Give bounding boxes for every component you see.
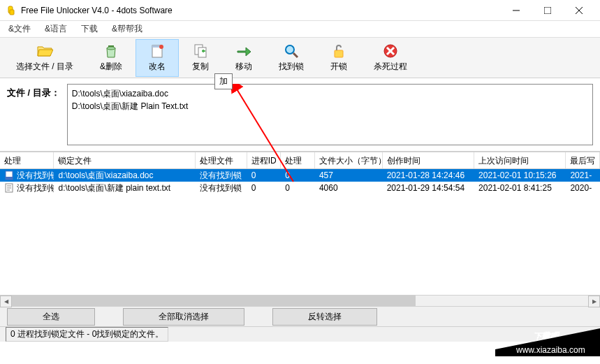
trash-icon [103,43,119,59]
svg-point-12 [286,45,294,54]
svg-rect-1 [10,10,14,15]
doc-file-icon [4,170,14,180]
menu-language[interactable]: &语言 [42,22,70,36]
scroll-track[interactable] [12,296,588,306]
watermark: 下载吧 www.xiazaiba.com [495,314,600,358]
move-arrow-icon [235,43,252,59]
scroll-right-button[interactable]: ▶ [588,296,600,307]
col-mtime[interactable]: 最后写 [566,152,600,168]
table-row[interactable]: 没有找到锁 d:\tools\桌面\xiazaiba.doc 没有找到锁 0 0… [0,169,600,182]
invert-selection-button[interactable]: 反转选择 [272,308,377,326]
svg-text:www.xiazaiba.com: www.xiazaiba.com [515,345,585,355]
minimize-button[interactable] [500,1,532,20]
menu-download[interactable]: 下载 [78,22,101,36]
svg-rect-14 [335,50,343,57]
folder-icon [36,43,53,59]
scroll-left-button[interactable]: ◀ [0,296,12,307]
unlock-button[interactable]: 开锁 [317,39,360,77]
col-atime[interactable]: 上次访问时间 [474,152,566,168]
col-lockfile[interactable]: 锁定文件 [54,152,196,168]
move-button[interactable]: 移动 [222,39,265,77]
status-text: 0 进程找到锁定文件 - 0找到锁定的文件。 [6,327,168,342]
menubar: &文件 &语言 下载 &帮帮我 [0,21,600,38]
deselect-all-button[interactable]: 全部取消选择 [123,308,244,326]
path-label: 文件 / 目录： [7,84,60,145]
tooltip: 加 [214,73,233,89]
grid-header: 处理 锁定文件 处理文件 进程ID 处理 文件大小（字节） 创作时间 上次访问时… [0,152,600,169]
select-files-button[interactable]: 选择文件 / 目录 [3,39,87,77]
copy-button[interactable]: 复制 [179,39,222,77]
txt-file-icon [4,183,14,193]
path-section: 文件 / 目录： D:\tools\桌面\xiazaiba.doc D:\too… [0,78,600,152]
magnifier-icon [283,43,300,59]
toolbar: 选择文件 / 目录 &删除 改名 复制 移动 找到锁 开锁 杀死过程 [0,38,600,78]
horizontal-scrollbar[interactable]: ◀ ▶ [0,295,600,307]
maximize-button[interactable] [532,1,563,20]
window-title: Free File Unlocker V4.0 - 4dots Software [21,6,500,15]
findlock-button[interactable]: 找到锁 [265,39,317,77]
file-grid: 处理 锁定文件 处理文件 进程ID 处理 文件大小（字节） 创作时间 上次访问时… [0,152,600,295]
col-pid[interactable]: 进程ID [247,152,281,168]
menu-file[interactable]: &文件 [6,22,34,36]
col-proc[interactable]: 处理 [0,152,54,168]
svg-line-13 [293,53,298,57]
menu-help[interactable]: &帮帮我 [109,22,145,36]
col-size[interactable]: 文件大小（字节） [315,152,383,168]
notepad-icon [149,43,166,59]
close-button[interactable] [563,1,594,20]
app-icon [6,5,17,16]
kill-button[interactable]: 杀死过程 [360,39,420,77]
path-line: D:\tools\桌面\新建 Plain Text.txt [72,100,588,112]
svg-point-6 [107,47,115,50]
col-ctime[interactable]: 创作时间 [383,152,474,168]
col-proc2[interactable]: 处理 [281,152,315,168]
grid-body[interactable]: 没有找到锁 d:\tools\桌面\xiazaiba.doc 没有找到锁 0 0… [0,169,600,295]
scroll-thumb[interactable] [12,296,416,306]
path-textbox[interactable]: D:\tools\桌面\xiazaiba.doc D:\tools\桌面\新建 … [67,84,593,145]
svg-rect-11 [198,48,206,57]
delete-button[interactable]: &删除 [87,39,136,77]
svg-rect-20 [6,177,13,180]
svg-point-9 [159,45,163,49]
path-line: D:\tools\桌面\xiazaiba.doc [72,87,588,100]
select-all-button[interactable]: 全选 [7,308,95,326]
svg-rect-3 [544,7,551,14]
titlebar: Free File Unlocker V4.0 - 4dots Software [0,0,600,21]
stop-icon [382,43,399,59]
table-row[interactable]: 没有找到锁 d:\tools\桌面\新建 plain text.txt 没有找到… [0,182,600,194]
unlock-icon [330,43,347,59]
rename-button[interactable]: 改名 [136,39,179,77]
col-procfile[interactable]: 处理文件 [196,152,247,168]
copy-icon [192,43,209,59]
